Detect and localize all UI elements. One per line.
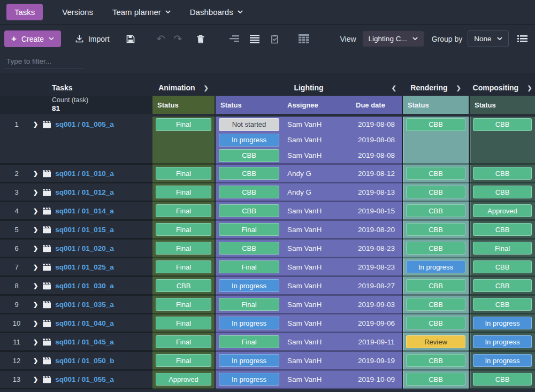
expand-row-icon[interactable]: ❯ <box>33 282 38 289</box>
expand-group-icon[interactable]: ❯ <box>204 84 209 91</box>
status-pill[interactable]: In progress <box>473 317 532 329</box>
indent-list-icon[interactable] <box>230 35 239 43</box>
status-pill[interactable]: CBB <box>473 260 532 273</box>
tab-team-planner[interactable]: Team planner <box>112 7 171 17</box>
status-pill[interactable]: Final <box>156 223 211 236</box>
task-link[interactable]: sq001 / 01_015_a <box>55 226 114 234</box>
status-pill[interactable]: CBB <box>473 186 532 198</box>
group-header-lighting[interactable]: Lighting ❮ <box>216 83 402 92</box>
status-pill[interactable]: CBB <box>473 279 532 292</box>
status-pill[interactable]: Final <box>156 204 211 217</box>
status-pill[interactable]: Final <box>219 260 279 273</box>
task-link[interactable]: sq001 / 01_014_a <box>55 207 114 215</box>
status-pill[interactable]: CBB <box>219 242 279 255</box>
status-pill[interactable]: CBB <box>219 167 279 180</box>
task-link[interactable]: sq001 / 01_040_a <box>55 319 114 327</box>
status-pill[interactable]: In progress <box>219 279 279 292</box>
group-header-rendering[interactable]: Rendering ❯ <box>403 83 469 92</box>
expand-group-icon[interactable]: ❯ <box>456 84 461 91</box>
status-pill[interactable]: Final <box>219 298 279 311</box>
group-by-select[interactable]: None <box>468 30 508 47</box>
filter-input[interactable] <box>4 54 83 68</box>
status-pill[interactable]: CBB <box>473 118 532 131</box>
column-header-lighting-assignee[interactable]: Assignee <box>282 96 351 114</box>
status-pill[interactable]: CBB <box>406 186 465 198</box>
status-pill[interactable]: CBB <box>219 204 279 217</box>
trash-icon[interactable] <box>196 34 205 44</box>
status-pill[interactable]: Review <box>406 335 465 348</box>
task-link[interactable]: sq001 / 01_045_a <box>55 338 114 346</box>
status-pill[interactable]: CBB <box>406 223 465 236</box>
status-pill[interactable]: Final <box>156 298 211 311</box>
status-pill[interactable]: Final <box>156 186 211 198</box>
view-select[interactable]: Lighting C... <box>363 31 424 47</box>
status-pill[interactable]: Final <box>156 317 211 329</box>
status-pill[interactable]: CBB <box>219 186 279 198</box>
status-pill[interactable]: In progress <box>219 354 279 367</box>
status-pill[interactable]: CBB <box>473 223 532 236</box>
status-pill[interactable]: In progress <box>406 260 465 273</box>
status-pill[interactable]: Approved <box>156 373 211 386</box>
status-pill[interactable]: In progress <box>219 373 279 386</box>
status-pill[interactable]: Final <box>156 260 211 273</box>
expand-row-icon[interactable]: ❯ <box>33 189 38 196</box>
status-pill[interactable]: CBB <box>473 373 532 386</box>
task-link[interactable]: sq001 / 01_050_b <box>55 357 114 365</box>
task-link[interactable]: sq001 / 01_030_a <box>55 282 114 290</box>
status-pill[interactable]: CBB <box>406 279 465 292</box>
status-pill[interactable]: CBB <box>219 149 279 162</box>
import-button[interactable]: Import <box>75 34 110 43</box>
status-pill[interactable]: CBB <box>406 373 465 386</box>
expand-row-icon[interactable]: ❯ <box>33 245 38 252</box>
status-pill[interactable]: Final <box>156 118 211 131</box>
status-pill[interactable]: Final <box>219 335 279 348</box>
column-header-animation-status[interactable]: Status <box>152 96 215 114</box>
save-icon[interactable] <box>126 34 135 44</box>
expand-row-icon[interactable]: ❯ <box>33 376 38 383</box>
flat-list-icon[interactable] <box>250 35 259 43</box>
expand-row-icon[interactable]: ❯ <box>33 207 38 214</box>
status-pill[interactable]: CBB <box>473 167 532 180</box>
expand-row-icon[interactable]: ❯ <box>33 320 38 327</box>
expand-row-icon[interactable]: ❯ <box>33 357 38 364</box>
status-pill[interactable]: In progress <box>473 354 532 367</box>
status-pill[interactable]: In progress <box>473 335 532 348</box>
status-pill[interactable]: Final <box>156 242 211 255</box>
bullet-list-icon[interactable] <box>517 35 528 43</box>
tab-dashboards[interactable]: Dashboards <box>190 7 243 17</box>
status-pill[interactable]: Not started <box>219 118 279 131</box>
task-link[interactable]: sq001 / 01_020_a <box>55 244 114 252</box>
task-link[interactable]: sq001 / 01_035_a <box>55 301 114 309</box>
redo-icon[interactable]: ↷ <box>174 34 182 44</box>
status-pill[interactable]: In progress <box>219 317 279 329</box>
collapse-group-icon[interactable]: ❮ <box>392 84 396 91</box>
expand-group-icon[interactable]: ❯ <box>527 84 532 91</box>
status-pill[interactable]: CBB <box>406 242 465 255</box>
status-pill[interactable]: Final <box>219 223 279 236</box>
column-header-rendering-status[interactable]: Status <box>403 96 469 114</box>
status-pill[interactable]: CBB <box>406 204 465 217</box>
status-pill[interactable]: CBB <box>406 317 465 329</box>
task-link[interactable]: sq001 / 01_005_a <box>55 120 114 128</box>
status-pill[interactable]: In progress <box>219 134 279 147</box>
tab-tasks[interactable]: Tasks <box>6 4 43 20</box>
clipboard-check-icon[interactable] <box>270 34 279 44</box>
status-pill[interactable]: CBB <box>406 167 465 180</box>
status-pill[interactable]: Final <box>156 335 211 348</box>
tab-versions[interactable]: Versions <box>62 7 93 17</box>
task-link[interactable]: sq001 / 01_012_a <box>55 188 114 196</box>
status-pill[interactable]: Final <box>473 242 532 255</box>
column-header-compositing-status[interactable]: Status <box>470 96 535 114</box>
task-link[interactable]: sq001 / 01_010_a <box>55 170 114 178</box>
expand-row-icon[interactable]: ❯ <box>33 264 38 271</box>
expand-row-icon[interactable]: ❯ <box>33 170 38 177</box>
status-pill[interactable]: CBB <box>406 354 465 367</box>
status-pill[interactable]: CBB <box>473 298 532 311</box>
task-link[interactable]: sq001 / 01_055_a <box>55 375 114 383</box>
column-header-lighting-status[interactable]: Status <box>216 96 282 114</box>
expand-row-icon[interactable]: ❯ <box>33 339 38 345</box>
status-pill[interactable]: Final <box>156 354 211 367</box>
expand-row-icon[interactable]: ❯ <box>33 226 38 233</box>
undo-icon[interactable]: ↶ <box>157 34 165 44</box>
status-pill[interactable]: Final <box>156 167 211 180</box>
